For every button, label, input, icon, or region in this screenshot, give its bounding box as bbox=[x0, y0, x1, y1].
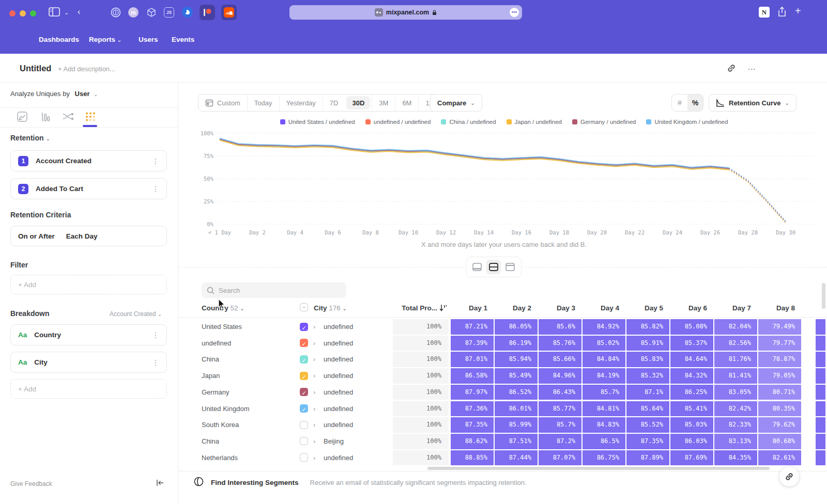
retention-cell[interactable]: 87.35% bbox=[626, 434, 669, 449]
retention-cell[interactable]: 85.41% bbox=[670, 401, 713, 417]
kebab-menu-icon[interactable]: ⋮ bbox=[152, 358, 159, 367]
column-total[interactable]: Total Pro... bbox=[393, 304, 437, 312]
retention-cell[interactable]: 85.94% bbox=[495, 352, 538, 367]
share-link-fab[interactable] bbox=[779, 467, 799, 486]
retention-section-header[interactable]: Retention ⌄ bbox=[10, 134, 50, 142]
tab-insights-icon[interactable] bbox=[17, 112, 27, 124]
add-description[interactable]: + Add description... bbox=[58, 65, 115, 73]
row-checkbox[interactable]: ✓ bbox=[300, 372, 308, 380]
layout-split-icon[interactable] bbox=[486, 260, 501, 274]
extension-m-icon[interactable]: m bbox=[128, 7, 139, 18]
retention-cell[interactable]: 86.01% bbox=[495, 401, 538, 417]
retention-cell[interactable]: 85.7% bbox=[583, 385, 625, 400]
retention-cell[interactable]: 85.82% bbox=[626, 319, 669, 335]
retention-cell[interactable]: 87.01% bbox=[451, 352, 494, 367]
percent-toggle[interactable]: % bbox=[687, 94, 703, 111]
row-checkbox[interactable] bbox=[300, 421, 308, 429]
criteria-card[interactable]: On or After Each Day bbox=[10, 226, 167, 246]
extension-js-icon[interactable]: JS bbox=[164, 7, 174, 18]
row-checkbox[interactable]: ✓ bbox=[300, 388, 308, 396]
retention-cell[interactable]: 82.61% bbox=[758, 450, 801, 466]
select-all-checkbox[interactable]: – bbox=[300, 303, 308, 311]
expand-row-icon[interactable]: › bbox=[313, 368, 315, 384]
expand-row-icon[interactable]: › bbox=[313, 352, 315, 367]
range-custom[interactable]: Custom bbox=[198, 94, 247, 111]
chart-type-button[interactable]: Retention Curve⌄ bbox=[709, 94, 797, 112]
retention-cell[interactable]: 78.87% bbox=[758, 352, 801, 367]
retention-cell[interactable]: 86.52% bbox=[495, 385, 538, 400]
retention-cell[interactable]: 85.52% bbox=[626, 417, 669, 433]
retention-cell[interactable]: 84.19% bbox=[583, 368, 625, 384]
retention-cell[interactable]: 81.76% bbox=[714, 352, 757, 367]
expand-row-icon[interactable]: › bbox=[313, 336, 315, 351]
legend-item[interactable]: China / undefined bbox=[441, 119, 496, 125]
retention-cell[interactable]: 85.99% bbox=[495, 417, 538, 433]
retention-line-chart[interactable]: 0%25%50%75%100%< 1 DayDay 2Day 4Day 6Day… bbox=[196, 128, 827, 240]
copy-link-icon[interactable] bbox=[726, 63, 737, 75]
back-icon[interactable]: ‹ bbox=[78, 7, 80, 17]
share-icon[interactable] bbox=[777, 6, 787, 20]
range-30d-selected[interactable]: 30D bbox=[346, 96, 370, 109]
legend-item[interactable]: undefined / undefined bbox=[365, 119, 431, 125]
breakdown-card-country[interactable]: Aa Country ⋮ bbox=[10, 324, 167, 345]
row-checkbox[interactable]: ✓ bbox=[300, 339, 308, 347]
kebab-menu-icon[interactable]: ⋮ bbox=[152, 185, 159, 193]
nav-dashboards[interactable]: Dashboards bbox=[39, 36, 79, 43]
range-yesterday[interactable]: Yesterday bbox=[279, 94, 323, 111]
retention-cell[interactable]: 81.41% bbox=[714, 368, 757, 384]
extension-soundcloud-icon[interactable] bbox=[221, 5, 237, 20]
range-3m[interactable]: 3M bbox=[372, 94, 395, 111]
retention-cell[interactable]: 84.35% bbox=[714, 450, 757, 466]
criteria-each-day[interactable]: Each Day bbox=[66, 232, 98, 240]
breakdown-property-name[interactable]: City bbox=[34, 358, 152, 366]
retention-cell[interactable]: 86.75% bbox=[583, 450, 625, 466]
retention-cell[interactable]: 87.1% bbox=[626, 385, 669, 400]
retention-cell[interactable]: 86.19% bbox=[495, 336, 538, 351]
expand-row-icon[interactable]: › bbox=[313, 319, 315, 335]
collapse-sidebar-icon[interactable] bbox=[156, 479, 164, 489]
give-feedback-link[interactable]: Give Feedback bbox=[10, 480, 52, 487]
retention-cell[interactable]: 85.66% bbox=[539, 352, 581, 367]
retention-cell[interactable]: 79.49% bbox=[758, 319, 801, 335]
retention-cell[interactable]: 86.58% bbox=[451, 368, 494, 384]
retention-cell[interactable]: 87.07% bbox=[539, 450, 581, 466]
retention-cell[interactable]: 79.05% bbox=[758, 368, 801, 384]
column-day[interactable]: Day 7 bbox=[714, 304, 757, 312]
retention-cell[interactable]: 87.39% bbox=[451, 336, 494, 351]
retention-cell[interactable]: 84.64% bbox=[670, 352, 713, 367]
retention-cell[interactable]: 86.05% bbox=[495, 319, 538, 335]
retention-cell[interactable]: 82.04% bbox=[714, 319, 757, 335]
nav-reports[interactable]: Reports ⌄ bbox=[89, 36, 121, 43]
retention-cell[interactable]: 87.97% bbox=[451, 385, 494, 400]
row-checkbox[interactable] bbox=[300, 437, 308, 445]
tab-funnels-icon[interactable] bbox=[40, 112, 51, 124]
breakdown-add-button[interactable]: + Add bbox=[10, 379, 167, 399]
retention-cell[interactable]: 86.03% bbox=[670, 434, 713, 449]
retention-cell[interactable]: 85.02% bbox=[583, 336, 625, 351]
legend-item[interactable]: Germany / undefined bbox=[572, 119, 636, 125]
retention-cell[interactable]: 79.77% bbox=[758, 336, 801, 351]
column-day[interactable]: Day 6 bbox=[670, 304, 713, 312]
retention-cell[interactable]: 85.6% bbox=[539, 319, 581, 335]
row-checkbox[interactable] bbox=[300, 453, 308, 462]
retention-cell[interactable]: 82.42% bbox=[714, 401, 757, 417]
extension-bird-icon[interactable] bbox=[182, 7, 193, 18]
retention-cell[interactable]: 85.37% bbox=[670, 336, 713, 351]
retention-cell[interactable]: 87.89% bbox=[626, 450, 669, 466]
column-day[interactable]: Day 2 bbox=[495, 304, 538, 312]
retention-cell[interactable]: 84.96% bbox=[539, 368, 581, 384]
browser-sidebar-icon[interactable] bbox=[49, 7, 60, 19]
report-title[interactable]: Untitled bbox=[20, 64, 51, 73]
expand-row-icon[interactable]: › bbox=[313, 450, 315, 466]
legend-item[interactable]: Japan / undefined bbox=[507, 119, 562, 125]
kebab-menu-icon[interactable]: ⋮ bbox=[152, 157, 159, 165]
retention-cell[interactable]: 86.25% bbox=[670, 385, 713, 400]
retention-cell[interactable]: 87.36% bbox=[451, 401, 494, 417]
table-search-input[interactable] bbox=[219, 287, 332, 294]
tab-flows-icon[interactable] bbox=[62, 112, 73, 123]
retention-cell[interactable]: 87.51% bbox=[495, 434, 538, 449]
extension-cube-icon[interactable] bbox=[146, 7, 157, 18]
criteria-on-or-after[interactable]: On or After bbox=[18, 232, 55, 240]
retention-cell[interactable]: 85.32% bbox=[626, 368, 669, 384]
range-6m[interactable]: 6M bbox=[395, 94, 418, 111]
